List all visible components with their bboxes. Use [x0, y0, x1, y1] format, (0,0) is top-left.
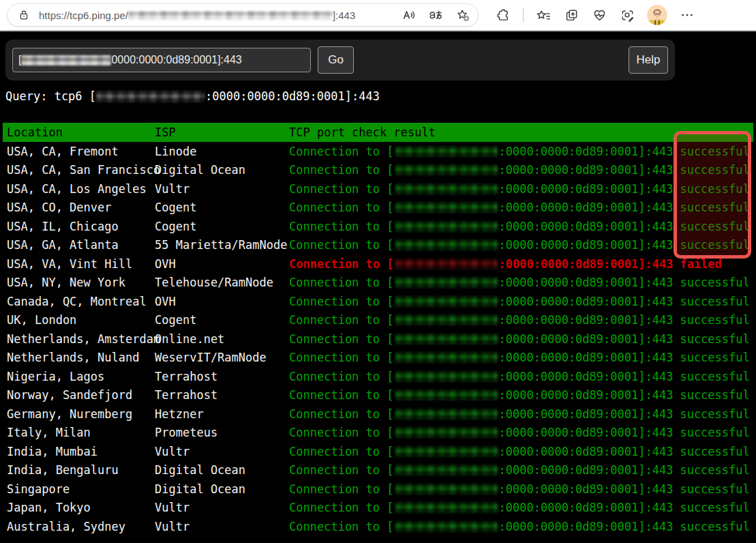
- cell-isp: Vultr: [155, 182, 289, 196]
- status-text: successful: [680, 445, 749, 458]
- help-button[interactable]: Help: [629, 46, 668, 74]
- cell-location: USA, GA, Atlanta: [3, 238, 155, 252]
- collections-icon[interactable]: [563, 7, 579, 23]
- status-text: successful: [680, 351, 749, 364]
- cell-isp: WeservIT/RamNode: [155, 351, 289, 364]
- cell-location: Australia, Sydney: [3, 520, 155, 533]
- table-row: Nigeria, Lagos Terrahost Connection to […: [3, 367, 753, 386]
- masked-ip: [395, 390, 498, 400]
- status-text: successful: [680, 163, 749, 177]
- masked-ip: [395, 184, 498, 194]
- query-form: [ 0000:0000:0d89:0001]:443 Go Help: [5, 40, 675, 80]
- browser-essentials-icon[interactable]: [591, 7, 607, 23]
- host-input[interactable]: [ 0000:0000:0d89:0001]:443: [12, 48, 311, 72]
- cell-result: Connection to [ :0000:0000:0d89:0001]:44…: [289, 388, 753, 402]
- cell-isp: Terrahost: [155, 370, 289, 383]
- read-aloud-icon[interactable]: [400, 7, 417, 23]
- query-prefix: Query: tcp6 [: [5, 89, 96, 103]
- status-text: successful: [680, 370, 749, 383]
- result-suffix: :0000:0000:0d89:0001]:443: [499, 220, 674, 233]
- result-prefix: Connection to [: [289, 313, 394, 327]
- table-row: Norway, Sandefjord Terrahost Connection …: [3, 386, 753, 405]
- cell-result: Connection to [ :0000:0000:0d89:0001]:44…: [289, 332, 753, 346]
- status-text: successful: [680, 276, 749, 289]
- result-suffix: :0000:0000:0d89:0001]:443: [499, 257, 674, 271]
- cell-isp: Hetzner: [155, 407, 289, 421]
- cell-location: Italy, Milan: [3, 426, 155, 439]
- table-row: USA, VA, Vint Hill OVH Connection to [ :…: [3, 254, 753, 274]
- add-favorite-icon[interactable]: [455, 7, 471, 23]
- masked-ip: [395, 202, 498, 213]
- result-suffix: :0000:0000:0d89:0001]:443: [499, 295, 674, 308]
- result-prefix: Connection to [: [289, 145, 394, 158]
- table-row: Singapore Digital Ocean Connection to [ …: [3, 480, 753, 499]
- status-text: successful: [680, 145, 749, 158]
- status-text: successful: [680, 220, 749, 233]
- cell-isp: Vultr: [155, 445, 289, 458]
- result-suffix: :0000:0000:0d89:0001]:443: [499, 276, 674, 289]
- result-suffix: :0000:0000:0d89:0001]:443: [499, 463, 674, 477]
- result-prefix: Connection to [: [289, 163, 394, 177]
- cell-location: Singapore: [3, 482, 155, 496]
- table-row: India, Bengaluru Digital Ocean Connectio…: [3, 461, 753, 480]
- table-row: Germany, Nuremberg Hetzner Connection to…: [3, 405, 753, 424]
- page-content: [ 0000:0000:0d89:0001]:443 Go Help Query…: [0, 40, 756, 536]
- masked-ip: [395, 164, 498, 175]
- profile-avatar[interactable]: [647, 5, 667, 25]
- go-button[interactable]: Go: [318, 46, 354, 74]
- table-row: USA, CA, Los Angeles Vultr Connection to…: [3, 179, 753, 199]
- lock-icon[interactable]: [16, 7, 32, 23]
- result-suffix: :0000:0000:0d89:0001]:443: [499, 182, 674, 196]
- table-row: USA, IL, Chicago Cogent Connection to [ …: [3, 217, 753, 236]
- url-text: https://tcp6.ping.pe/ ]:443: [39, 10, 355, 21]
- table-row: Japan, Tokyo Vultr Connection to [ :0000…: [3, 499, 753, 518]
- cell-isp: Cogent: [155, 313, 289, 327]
- result-prefix: Connection to [: [289, 520, 394, 533]
- result-suffix: :0000:0000:0d89:0001]:443: [499, 407, 674, 421]
- result-suffix: :0000:0000:0d89:0001]:443: [499, 445, 674, 458]
- masked-ip: [395, 314, 498, 325]
- masked-ip: [395, 484, 498, 495]
- result-prefix: Connection to [: [289, 370, 394, 383]
- result-suffix: :0000:0000:0d89:0001]:443: [499, 482, 674, 496]
- cell-result: Connection to [ :0000:0000:0d89:0001]:44…: [289, 426, 753, 439]
- masked-ip: [395, 409, 498, 420]
- address-bar[interactable]: https://tcp6.ping.pe/ ]:443: [7, 3, 479, 27]
- more-menu-icon[interactable]: [679, 7, 695, 23]
- status-text: successful: [680, 295, 749, 308]
- masked-ip: [395, 446, 498, 457]
- cell-result: Connection to [ :0000:0000:0d89:0001]:44…: [289, 463, 753, 477]
- cell-isp: Terrahost: [155, 388, 289, 402]
- favorites-icon[interactable]: [535, 7, 551, 23]
- cell-location: Netherlands, Nuland: [3, 351, 155, 364]
- web-capture-icon[interactable]: [619, 7, 635, 23]
- result-suffix: :0000:0000:0d89:0001]:443: [499, 201, 674, 214]
- masked-ip: [395, 146, 498, 157]
- cell-result: Connection to [ :0000:0000:0d89:0001]:44…: [289, 351, 753, 364]
- cell-result: Connection to [ :0000:0000:0d89:0001]:44…: [289, 163, 753, 177]
- result-suffix: :0000:0000:0d89:0001]:443: [499, 351, 674, 364]
- cell-location: India, Bengaluru: [3, 463, 155, 477]
- cell-location: Netherlands, Amsterdam: [3, 332, 155, 346]
- cell-result: Connection to [ :0000:0000:0d89:0001]:44…: [289, 482, 753, 496]
- cell-location: Germany, Nuremberg: [3, 407, 155, 421]
- cell-isp: Vultr: [155, 501, 289, 514]
- cell-location: Nigeria, Lagos: [3, 370, 155, 383]
- cell-location: USA, VA, Vint Hill: [3, 257, 155, 271]
- cell-isp: OVH: [155, 257, 289, 271]
- cell-result: Connection to [ :0000:0000:0d89:0001]:44…: [289, 445, 753, 458]
- masked-ip: [395, 296, 498, 307]
- results-table: Location ISP TCP port check result USA, …: [3, 123, 753, 536]
- cell-location: USA, CA, Los Angeles: [3, 182, 155, 196]
- translate-icon[interactable]: [427, 7, 444, 23]
- result-suffix: :0000:0000:0d89:0001]:443: [499, 426, 674, 439]
- result-suffix: :0000:0000:0d89:0001]:443: [499, 332, 674, 346]
- result-suffix: :0000:0000:0d89:0001]:443: [499, 238, 674, 252]
- extensions-icon[interactable]: [495, 7, 511, 23]
- table-row: Netherlands, Nuland WeservIT/RamNode Con…: [3, 349, 753, 368]
- status-text: successful: [680, 238, 749, 252]
- status-text: successful: [680, 407, 749, 421]
- cell-isp: Digital Ocean: [155, 163, 289, 177]
- result-prefix: Connection to [: [289, 351, 394, 364]
- result-suffix: :0000:0000:0d89:0001]:443: [499, 145, 674, 158]
